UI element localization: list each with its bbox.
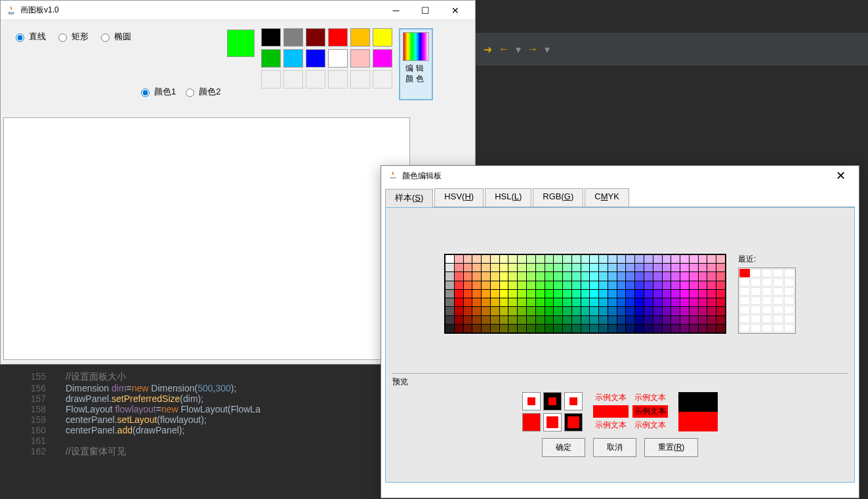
color-swatch-grid[interactable] xyxy=(444,254,726,334)
large-preview-swatch xyxy=(678,392,718,431)
recent-colors-grid[interactable] xyxy=(738,268,796,334)
nav-left-icon[interactable]: ← xyxy=(499,43,509,55)
empty-swatch[interactable] xyxy=(283,70,303,89)
color2-radio[interactable]: 颜色2 xyxy=(182,86,220,98)
minimize-button[interactable]: ─ xyxy=(381,1,411,20)
color-swatch[interactable] xyxy=(306,49,325,68)
edit-color-label: 编辑颜色 xyxy=(403,64,429,84)
current-color-swatch[interactable] xyxy=(227,30,255,57)
color-swatch[interactable] xyxy=(328,49,348,68)
empty-swatch[interactable] xyxy=(328,70,348,89)
color-dialog-title: 颜色编辑板 xyxy=(402,170,442,182)
close-button[interactable]: ✕ xyxy=(440,1,470,20)
empty-swatch[interactable] xyxy=(350,70,370,89)
nav-back-icon[interactable]: ➜ xyxy=(484,43,492,56)
shape-rect-radio[interactable]: 矩形 xyxy=(55,31,89,43)
drawing-canvas[interactable] xyxy=(3,117,410,360)
color-swatch[interactable] xyxy=(350,49,370,68)
shape-line-radio[interactable]: 直线 xyxy=(12,31,46,43)
paint-title: 画图板v1.0 xyxy=(20,5,59,16)
color-swatch[interactable] xyxy=(261,49,281,68)
shape-rect-label: 矩形 xyxy=(72,31,89,43)
color1-radio[interactable]: 颜色1 xyxy=(138,86,176,98)
cancel-button[interactable]: 取消 xyxy=(593,438,636,457)
java-icon xyxy=(6,5,16,16)
dialog-button-row: 确定 取消 重置(R) xyxy=(392,438,848,457)
tab-hsv[interactable]: HSV(H) xyxy=(434,188,484,207)
color-swatch[interactable] xyxy=(328,28,348,47)
color2-label: 颜色2 xyxy=(199,86,220,98)
preview-swatch-boxes xyxy=(522,392,583,431)
edit-color-button[interactable]: 编辑颜色 xyxy=(399,28,433,100)
color-swatch[interactable] xyxy=(283,49,303,68)
empty-swatch[interactable] xyxy=(373,70,392,89)
color-swatch[interactable] xyxy=(306,28,325,47)
color-swatch[interactable] xyxy=(373,49,392,68)
tab-swatch[interactable]: 样本(S) xyxy=(385,189,433,207)
color-chooser-dialog: 颜色编辑板 ✕ 样本(S) HSV(H) HSL(L) RGB(G) CMYK … xyxy=(381,165,859,498)
empty-swatch[interactable] xyxy=(261,70,281,89)
basic-color-palette xyxy=(261,28,392,104)
color-swatch[interactable] xyxy=(373,28,392,47)
shape-oval-radio[interactable]: 椭圆 xyxy=(98,31,131,43)
color1-label: 颜色1 xyxy=(154,86,176,98)
sample-text-grid: 示例文本 示例文本 示例文本 示例文本 示例文本 示例文本 xyxy=(593,391,668,431)
recent-colors-section: 最近: xyxy=(738,254,796,334)
tab-rgb[interactable]: RGB(G) xyxy=(533,188,583,207)
tab-cmyk[interactable]: CMYK xyxy=(585,188,629,207)
preview-label: 预览 xyxy=(392,376,848,388)
paint-toolbar: 直线 矩形 椭圆 颜色1 颜色2 xyxy=(1,20,475,112)
paint-titlebar[interactable]: 画图板v1.0 ─ ☐ ✕ xyxy=(1,1,475,20)
ide-editor-bg xyxy=(476,66,868,165)
swatch-tab-content: 最近: 预览 xyxy=(385,207,855,483)
color-tabs: 样本(S) HSV(H) HSL(L) RGB(G) CMYK xyxy=(385,188,855,207)
ide-nav-bar: ➜ ← ▾ → ▾ xyxy=(476,33,868,66)
java-icon xyxy=(388,170,398,181)
color-selector-group: 颜色1 颜色2 xyxy=(138,28,220,104)
shape-line-label: 直线 xyxy=(29,31,46,43)
color-swatch[interactable] xyxy=(283,28,303,47)
ok-button[interactable]: 确定 xyxy=(542,438,585,457)
reset-button[interactable]: 重置(R) xyxy=(644,438,699,457)
preview-section: 预览 示例文本 示例文本 示 xyxy=(392,373,848,431)
empty-swatch[interactable] xyxy=(306,70,325,89)
color-dialog-titlebar[interactable]: 颜色编辑板 ✕ xyxy=(381,166,859,186)
color-swatch[interactable] xyxy=(261,28,281,47)
tab-hsl[interactable]: HSL(L) xyxy=(485,188,531,207)
nav-right-icon[interactable]: → xyxy=(527,43,538,55)
recent-label: 最近: xyxy=(738,254,796,265)
shape-selector-group: 直线 矩形 椭圆 xyxy=(12,28,131,104)
maximize-button[interactable]: ☐ xyxy=(411,1,440,20)
dialog-close-button[interactable]: ✕ xyxy=(829,169,852,183)
rainbow-icon xyxy=(403,32,429,61)
shape-oval-label: 椭圆 xyxy=(114,31,131,43)
color-swatch[interactable] xyxy=(350,28,370,47)
